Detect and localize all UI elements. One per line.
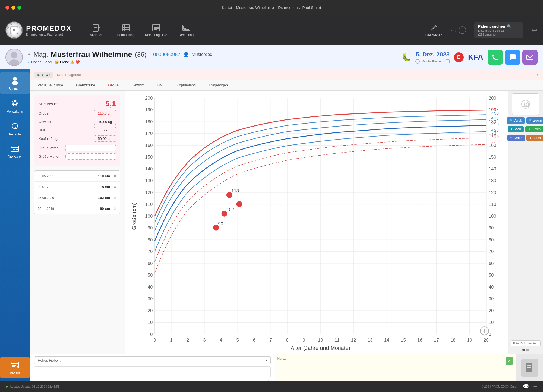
maximize-dot[interactable] (17, 6, 21, 10)
svg-text:20: 20 (489, 308, 494, 313)
svg-point-33 (16, 103, 17, 105)
behandlung-button[interactable]: Behandlung (115, 23, 137, 37)
rechnungsliste-button[interactable]: Rechnungsliste (145, 23, 167, 37)
badge-e[interactable]: E (454, 52, 464, 62)
tab-gewicht[interactable]: Gewicht (125, 80, 151, 90)
svg-text:17: 17 (434, 337, 439, 343)
gewicht-value[interactable]: 19,00 kg (94, 119, 116, 125)
email-button[interactable] (522, 50, 538, 65)
header-right: 5. Dez. 2023 Kontrolltermin (415, 51, 450, 64)
sidebar-label-verlauf: Verlauf (10, 371, 20, 375)
toolbar: PROMEDOX Dr. med. univ. Paul Smart Arztb… (0, 15, 543, 45)
grafik-button[interactable]: ✏ Grafik (507, 135, 525, 141)
bmi-value[interactable]: 15,70 (94, 127, 116, 133)
svg-text:P 75: P 75 (490, 116, 499, 121)
arztbrief-label: Arztbrief (90, 33, 102, 37)
sidebar-item-verwaltung[interactable]: Verwaltung (0, 95, 30, 117)
svg-text:12: 12 (351, 337, 356, 343)
sidebar-item-überweis[interactable]: Überweis. (0, 141, 30, 162)
batch-button[interactable]: ⬇ Batch (526, 135, 543, 141)
icd-expand-icon[interactable]: ▾ (537, 73, 539, 77)
groesse-mutter-input[interactable] (65, 153, 116, 160)
chat-button[interactable] (505, 50, 520, 65)
svg-text:P 50: P 50 (490, 122, 499, 126)
svg-point-32 (14, 101, 15, 102)
back-button[interactable]: ↩ (531, 26, 538, 35)
tab-kopfumfang[interactable]: Kopfumfang (170, 80, 202, 90)
minimize-dot[interactable] (11, 6, 15, 10)
tab-fragebögen[interactable]: Fragebögen (202, 80, 234, 90)
history-delete-3[interactable]: ✕ (113, 206, 117, 211)
svg-point-34 (13, 103, 14, 105)
close-dot[interactable] (5, 6, 9, 10)
patient-id[interactable]: 0000080987 (153, 52, 180, 58)
groesse-row: Größe 110,0 cm (39, 110, 116, 116)
vergl-button[interactable]: 🔍 Vergl. (507, 117, 525, 124)
notes-edit-button[interactable] (506, 357, 513, 365)
svg-text:P 3: P 3 (490, 141, 497, 145)
groesse-value[interactable]: 110,0 cm (94, 110, 116, 116)
groesse-vater-input[interactable] (65, 145, 116, 151)
right-panel: 🔍 Vergl. 🔍 Zoom ⬆ Scan ⬇ Dico (508, 91, 543, 354)
tab-grenzsteine[interactable]: Grenzsteine (70, 80, 102, 90)
content-area: ICD 10 ▾ Dauerdiagnose ▾ Status Säugling… (30, 69, 543, 381)
prev-arrow[interactable]: ‹ (451, 27, 453, 33)
logo-area: PROMEDOX Dr. med. univ. Paul Smart (5, 21, 72, 39)
svg-text:4: 4 (220, 337, 222, 343)
filter-dokumente-input[interactable] (511, 340, 541, 346)
tab-groesse[interactable]: Größe (102, 80, 125, 90)
tab-status[interactable]: Status Säuglinge (30, 80, 70, 90)
menu-icon[interactable]: ☰ (533, 384, 538, 390)
history-delete-0[interactable]: ✕ (113, 173, 117, 179)
next-arrow[interactable]: › (454, 27, 456, 33)
svg-text:110: 110 (489, 202, 496, 207)
svg-text:10: 10 (148, 320, 153, 325)
svg-text:0: 0 (150, 332, 153, 337)
phone-button[interactable] (488, 50, 503, 65)
svg-text:18: 18 (450, 337, 456, 343)
bottom-doc (516, 354, 543, 381)
right-btn-row-2: ⬆ Scan ⬇ Dicom (508, 126, 543, 132)
sidebar-item-besuche[interactable]: Besuche (0, 72, 30, 94)
icd-badge[interactable]: ICD 10 ▾ (34, 72, 53, 78)
scan-button[interactable]: ⬆ Scan (508, 126, 524, 132)
alter-besuch-label: Alter Besuch (39, 102, 59, 106)
rechnung-button[interactable]: Rechnung (175, 23, 197, 37)
statusbar: ● Letztes Update: 05.12.2023 12:45:51 © … (0, 381, 543, 392)
svg-text:3: 3 (203, 337, 206, 343)
resize-handle[interactable]: ↙ (34, 378, 271, 381)
chat-icon[interactable]: 💬 (523, 384, 529, 390)
svg-text:11: 11 (334, 337, 340, 343)
zoom-button[interactable]: 🔍 Zoom (526, 117, 543, 124)
behandlung-label: Behandlung (117, 33, 135, 37)
diagnose-dropdown[interactable]: Hohes Fieber... ▾ (34, 356, 271, 364)
bearbeiten-button[interactable]: Bearbeiten (425, 23, 443, 37)
svg-text:70: 70 (489, 249, 494, 254)
patient-suchen-box[interactable]: Patient suchen 🔍 Datensatz 4 von 12 (279… (474, 22, 523, 38)
svg-text:6: 6 (253, 337, 255, 343)
svg-point-168 (524, 103, 527, 106)
groesse-label: Größe (39, 111, 49, 115)
notes-textarea[interactable] (34, 366, 271, 377)
arztbrief-button[interactable]: Arztbrief (85, 23, 107, 37)
window-controls (5, 6, 21, 10)
svg-text:9: 9 (303, 337, 305, 343)
svg-text:15: 15 (401, 337, 406, 343)
tab-bmi[interactable]: BMI (151, 80, 170, 90)
dicom-button[interactable]: ⬇ Dicom (525, 126, 543, 132)
icd-label: Dauerdiagnose (57, 73, 533, 77)
kopfumfang-value[interactable]: 50,00 cm (94, 135, 116, 142)
sidebar-item-verlauf[interactable]: Verlauf (0, 357, 30, 378)
alter-besuch-row: Alter Besuch 5,1 (39, 99, 116, 108)
svg-text:10: 10 (318, 337, 323, 343)
patient-header: ♀ Mag. Musterfrau Wilhelmine (36) | 0000… (0, 45, 543, 69)
sidebar-item-rezepte[interactable]: Rezepte (0, 118, 30, 140)
history-item-0: 05.05.2021 110 cm ✕ (34, 171, 120, 182)
svg-text:1: 1 (170, 337, 172, 343)
history-delete-1[interactable]: ✕ (113, 184, 117, 189)
history-delete-2[interactable]: ✕ (113, 195, 117, 200)
svg-text:100: 100 (145, 214, 153, 219)
svg-text:200: 200 (145, 96, 153, 101)
icd-dropdown-icon: ▾ (49, 73, 51, 77)
svg-text:14: 14 (384, 337, 389, 343)
